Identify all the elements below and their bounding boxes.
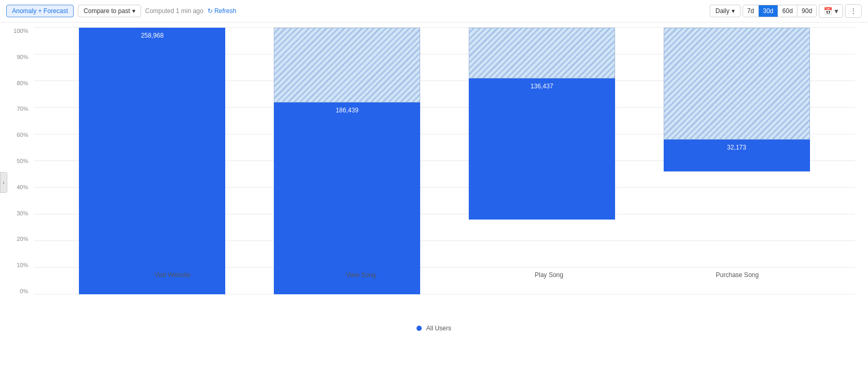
bar-group-visit-website: 258,968 xyxy=(79,28,225,294)
y-label-70: 70% xyxy=(10,106,31,112)
y-label-60: 60% xyxy=(10,132,31,138)
bar-value-purchase-song: 32,173 xyxy=(664,144,810,151)
y-axis: 0% 10% 20% 30% 40% 50% 60% 70% 80% 90% 1… xyxy=(10,28,31,294)
bar-stack-view-song: 186,439 xyxy=(274,28,420,294)
y-label-30: 30% xyxy=(10,210,31,216)
y-label-20: 20% xyxy=(10,236,31,242)
bar-stack-purchase-song: 32,173 xyxy=(664,28,810,294)
y-label-90: 90% xyxy=(10,54,31,60)
y-label-10: 10% xyxy=(10,262,31,268)
legend: All Users xyxy=(10,325,858,332)
refresh-icon: ↻ xyxy=(207,7,213,15)
more-options-button[interactable]: ⋮ xyxy=(845,4,862,18)
x-label-visit-website: Visit Website xyxy=(99,271,246,279)
y-label-50: 50% xyxy=(10,158,31,164)
anomaly-forecast-label: Anomaly + Forecast xyxy=(12,7,68,15)
bar-solid-visit-website: 258,968 xyxy=(79,28,225,294)
compare-past-button[interactable]: Compare to past ▾ xyxy=(78,5,141,17)
chart-plot: 258,968 186,439 xyxy=(34,28,855,294)
bars-wrapper: 258,968 186,439 xyxy=(34,28,855,294)
bar-forecast-view-song xyxy=(274,28,420,102)
refresh-label: Refresh xyxy=(214,7,236,15)
bar-solid-purchase-song: 32,173 xyxy=(664,140,810,171)
bar-forecast-purchase-song xyxy=(664,28,810,140)
bar-group-view-song: 186,439 xyxy=(274,28,420,294)
range-60d-button[interactable]: 60d xyxy=(778,5,797,17)
collapse-handle[interactable]: ‹ xyxy=(0,172,7,193)
chart-area: 0% 10% 20% 30% 40% 50% 60% 70% 80% 90% 1… xyxy=(10,28,858,320)
bar-group-play-song: 136,437 xyxy=(469,28,615,294)
compare-past-label: Compare to past xyxy=(84,7,130,15)
computed-text: Computed 1 min ago xyxy=(145,7,203,15)
range-group: 7d 30d 60d 90d xyxy=(743,5,817,17)
y-label-40: 40% xyxy=(10,184,31,190)
calendar-icon: 📅 xyxy=(824,7,832,15)
more-icon: ⋮ xyxy=(850,7,857,15)
toolbar-right: Daily ▾ 7d 30d 60d 90d 📅 ▾ ⋮ xyxy=(710,4,862,18)
x-label-view-song: View Song xyxy=(287,271,434,279)
range-7d-button[interactable]: 7d xyxy=(743,5,759,17)
chart-container: ‹ 0% 10% 20% 30% 40% 50% 60% 70% 80% 90%… xyxy=(0,22,868,342)
range-90d-button[interactable]: 90d xyxy=(797,5,816,17)
x-label-play-song: Play Song xyxy=(476,271,622,279)
bar-group-purchase-song: 32,173 xyxy=(664,28,810,294)
x-label-purchase-song: Purchase Song xyxy=(664,271,811,279)
bar-forecast-play-song xyxy=(469,28,615,78)
y-label-80: 80% xyxy=(10,80,31,86)
x-labels: Visit Website View Song Play Song Purcha… xyxy=(57,271,852,279)
y-label-0: 0% xyxy=(10,288,31,294)
calendar-button[interactable]: 📅 ▾ xyxy=(819,4,843,18)
daily-button[interactable]: Daily ▾ xyxy=(710,5,740,17)
bar-stack-play-song: 136,437 xyxy=(469,28,615,294)
chevron-down-icon: ▾ xyxy=(132,7,135,15)
bar-value-play-song: 136,437 xyxy=(469,83,615,90)
refresh-button[interactable]: ↻ Refresh xyxy=(207,7,236,15)
legend-label-all-users: All Users xyxy=(426,325,451,332)
anomaly-forecast-button[interactable]: Anomaly + Forecast xyxy=(6,5,74,17)
bar-value-view-song: 186,439 xyxy=(274,107,420,114)
bar-value-visit-website: 258,968 xyxy=(79,32,225,39)
legend-dot-all-users xyxy=(416,326,422,331)
y-label-100: 100% xyxy=(10,28,31,34)
daily-label: Daily xyxy=(715,7,730,15)
toolbar: Anomaly + Forecast Compare to past ▾ Com… xyxy=(0,0,868,22)
bar-stack-visit-website: 258,968 xyxy=(79,28,225,294)
range-30d-button[interactable]: 30d xyxy=(759,5,778,17)
bar-solid-view-song: 186,439 xyxy=(274,102,420,294)
chevron-down-icon-cal: ▾ xyxy=(835,7,838,15)
chevron-down-icon-daily: ▾ xyxy=(732,7,735,15)
bar-solid-play-song: 136,437 xyxy=(469,78,615,220)
